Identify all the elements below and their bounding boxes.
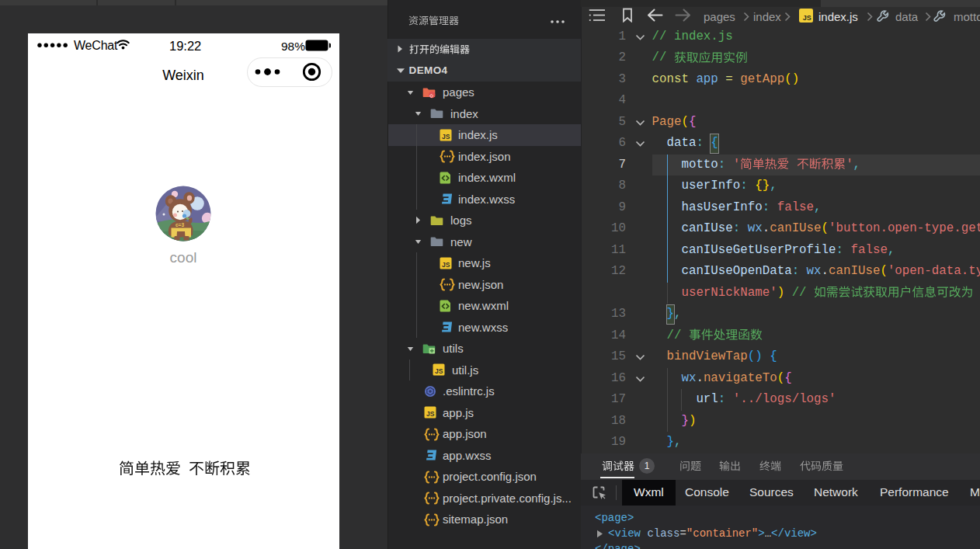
- svg-text:◇: ◇: [429, 92, 433, 98]
- svg-text:JS: JS: [803, 14, 811, 22]
- svg-text:JS: JS: [442, 261, 450, 269]
- svg-text:JS: JS: [442, 133, 450, 141]
- svg-text:JS: JS: [426, 410, 435, 418]
- svg-text:c=3: c=3: [175, 222, 184, 228]
- svg-text:JS: JS: [435, 367, 443, 375]
